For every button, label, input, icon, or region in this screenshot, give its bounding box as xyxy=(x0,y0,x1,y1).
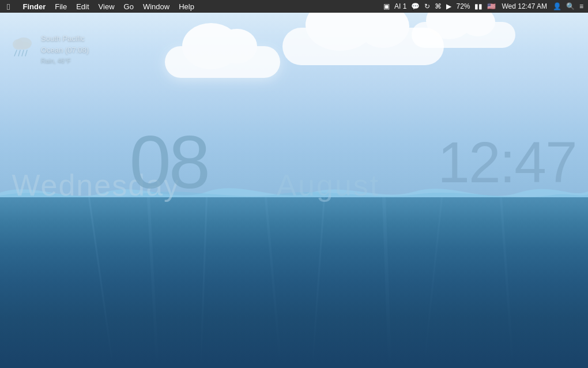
cloud-3 xyxy=(412,22,515,48)
light-ray xyxy=(200,197,208,368)
help-menu[interactable]: Help xyxy=(174,0,199,13)
weather-info: South Pacific Ocean (07:08) Rain, 46°F xyxy=(41,33,89,66)
light-ray xyxy=(500,197,514,367)
search-icon[interactable]: 🔍 xyxy=(565,2,576,10)
light-ray xyxy=(382,197,391,368)
ai-icon: AI 1 xyxy=(393,2,408,10)
go-menu[interactable]: Go xyxy=(119,0,138,13)
battery-label: 72% xyxy=(455,2,471,10)
weather-location-name: South Pacific xyxy=(41,33,89,44)
screen-icon: ▣ xyxy=(382,2,391,10)
sync-icon: ↻ xyxy=(423,2,431,10)
light-ray xyxy=(423,197,443,367)
file-menu[interactable]: File xyxy=(50,0,71,13)
apple-menu[interactable]:  xyxy=(3,2,13,12)
light-ray xyxy=(147,197,159,368)
cloud-1 xyxy=(165,46,280,78)
desktop: Wednesday 08 August 12:47 South Pacific … xyxy=(0,13,588,368)
finder-menu[interactable]: Finder xyxy=(18,0,50,13)
weather-condition: Rain, 46°F xyxy=(41,56,89,66)
svg-line-4 xyxy=(18,50,20,56)
light-ray xyxy=(265,197,282,367)
list-icon[interactable]: ≡ xyxy=(578,2,585,10)
view-menu[interactable]: View xyxy=(94,0,119,13)
menubar-right: ▣ AI 1 💬 ↻ ⌘ ▶ 72% ▮▮ 🇺🇸 Wed 12:47 AM 👤 … xyxy=(382,2,585,10)
chat-icon: 💬 xyxy=(410,2,421,10)
light-ray xyxy=(88,197,114,366)
svg-line-3 xyxy=(14,50,17,56)
weather-widget[interactable]: South Pacific Ocean (07:08) Rain, 46°F xyxy=(9,33,89,66)
volume-icon[interactable]: ▶ xyxy=(445,2,453,10)
menubar-time: Wed 12:47 AM xyxy=(499,2,549,10)
flag-icon: 🇺🇸 xyxy=(486,2,497,10)
svg-line-5 xyxy=(22,50,24,56)
wifi-icon[interactable]: ⌘ xyxy=(434,2,443,10)
light-ray xyxy=(311,197,325,367)
battery-icon: ▮▮ xyxy=(473,2,484,10)
weather-icon xyxy=(9,33,36,57)
window-menu[interactable]: Window xyxy=(138,0,174,13)
menu-bar:  Finder File Edit View Go Window Help ▣… xyxy=(0,0,588,13)
user-icon[interactable]: 👤 xyxy=(552,2,563,10)
svg-line-6 xyxy=(25,50,27,56)
underwater xyxy=(0,197,588,368)
edit-menu[interactable]: Edit xyxy=(71,0,93,13)
svg-point-2 xyxy=(14,42,31,50)
weather-location-detail: Ocean (07:08) xyxy=(41,44,89,56)
